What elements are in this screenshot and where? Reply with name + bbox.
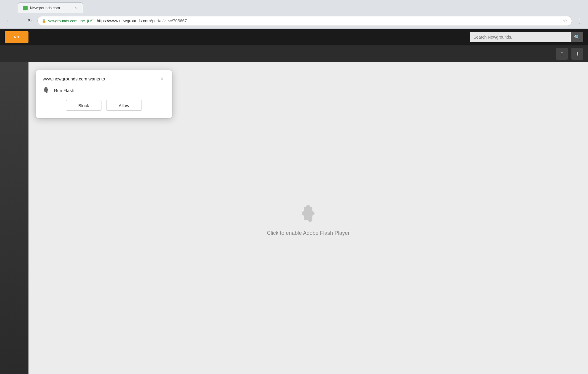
lock-icon: 🔒 [42, 19, 46, 23]
chrome-menu-button[interactable]: ⋮ [575, 16, 584, 26]
dialog-item: Run Flash [43, 86, 165, 94]
ng-logo: NG [5, 31, 28, 43]
nav-buttons: ← → ↻ [4, 16, 34, 26]
flash-placeholder: Click to enable Adobe Flash Player [267, 200, 349, 236]
browser-chrome: Newgrounds.com × ← → ↻ 🔒 Newgrounds.com,… [0, 0, 588, 29]
ng-main: Click to enable Adobe Flash Player www.n… [0, 62, 588, 374]
ng-header: NG 🔍 [0, 29, 588, 45]
url-base: https://www.newgrounds.com [97, 18, 151, 23]
flash-plugin-icon [296, 200, 320, 224]
search-button[interactable]: 🔍 [571, 32, 583, 42]
ng-logo-label: NG [14, 35, 19, 39]
security-indicator: 🔒 Newgrounds.com, Inc. [US] [42, 19, 94, 23]
bookmark-star-icon[interactable]: ☆ [563, 18, 568, 24]
permission-dialog: www.newgrounds.com wants to × Run Flash … [36, 70, 172, 118]
url-path: /portal/view/705667 [151, 18, 187, 23]
browser-tab[interactable]: Newgrounds.com × [18, 2, 83, 13]
flash-prompt-text: Click to enable Adobe Flash Player [267, 230, 349, 236]
tab-favicon [23, 6, 28, 10]
upload-icon: ⬆ [576, 51, 579, 57]
upload-button[interactable]: ⬆ [571, 48, 583, 60]
ng-sidebar [0, 62, 28, 374]
tab-title: Newgrounds.com [30, 6, 71, 10]
share-button[interactable]: ⤴ [556, 48, 568, 60]
back-button[interactable]: ← [4, 16, 13, 26]
tab-bar: Newgrounds.com × [0, 0, 588, 13]
dialog-actions: Block Allow [43, 100, 165, 111]
page-content: NG 🔍 ⤴ ⬆ Click t [0, 29, 588, 374]
forward-button[interactable]: → [14, 16, 24, 26]
ng-search: 🔍 [470, 32, 583, 42]
address-bar-row: ← → ↻ 🔒 Newgrounds.com, Inc. [US] https:… [0, 13, 588, 28]
security-label: Newgrounds.com, Inc. [US] [47, 19, 94, 23]
share-icon: ⤴ [561, 51, 563, 56]
search-icon: 🔍 [574, 34, 580, 40]
address-bar[interactable]: 🔒 Newgrounds.com, Inc. [US] https://www.… [37, 16, 572, 26]
allow-button[interactable]: Allow [106, 100, 142, 111]
dialog-header: www.newgrounds.com wants to × [43, 76, 165, 82]
tab-close-button[interactable]: × [73, 6, 78, 10]
ng-content-frame[interactable]: Click to enable Adobe Flash Player www.n… [28, 62, 588, 374]
dialog-item-label: Run Flash [54, 88, 74, 93]
url-display: https://www.newgrounds.com/portal/view/7… [97, 18, 560, 23]
ng-subheader: ⤴ ⬆ [0, 45, 588, 62]
block-button[interactable]: Block [66, 100, 101, 111]
search-input[interactable] [470, 32, 571, 42]
dialog-close-button[interactable]: × [159, 76, 165, 82]
plugin-icon [43, 86, 50, 94]
sidebar-content [0, 62, 28, 374]
dialog-title: www.newgrounds.com wants to [43, 76, 105, 81]
refresh-button[interactable]: ↻ [25, 16, 34, 26]
